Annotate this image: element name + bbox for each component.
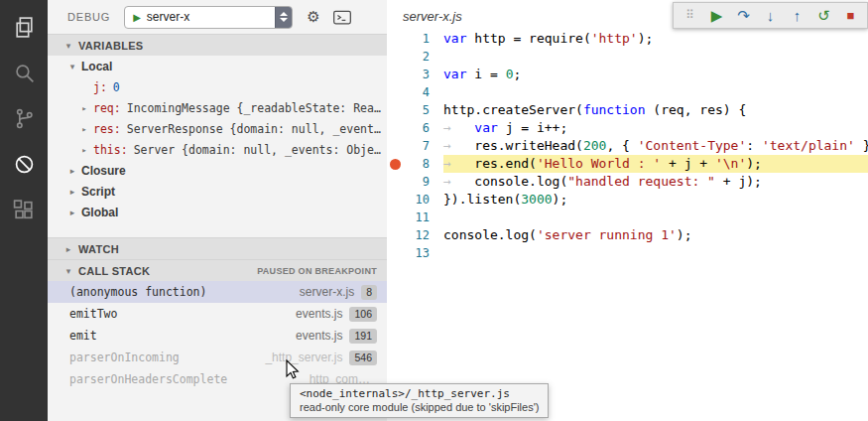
scope-local[interactable]: ▾ Local [48, 56, 387, 76]
scope-label: Closure [81, 164, 126, 178]
line-number: 8 [404, 155, 443, 173]
callstack-frame[interactable]: parserOnIncoming _http_server.js 546 [48, 347, 387, 368]
callstack-frame[interactable]: (anonymous function) server-x.js 8 [48, 281, 387, 303]
code-line[interactable]: 7→ res.writeHead(200, { 'Content-Type': … [387, 137, 868, 155]
tooltip-description: read-only core module (skipped due to 's… [300, 401, 539, 413]
code-line[interactable]: 3var i = 0; [387, 66, 868, 83]
code-text: var i = 0; [443, 66, 868, 83]
debug-console-icon[interactable] [332, 9, 352, 26]
activity-item-explorer[interactable] [0, 6, 48, 52]
config-name[interactable]: server-x [147, 10, 275, 24]
callstack-frame[interactable]: emitTwo events.js 106 [48, 303, 387, 325]
chevron-right-icon: ▸ [67, 187, 77, 197]
code-line[interactable]: 1var http = require('http'); [387, 30, 868, 48]
glyph-margin[interactable] [387, 119, 404, 137]
select-arrows-icon[interactable] [275, 6, 292, 29]
line-number: 13 [404, 244, 443, 262]
scope-label: Global [81, 206, 118, 219]
glyph-margin[interactable] [387, 191, 404, 209]
code-text: var http = require('http'); [443, 30, 868, 48]
scope-script[interactable]: ▸ Script [48, 181, 387, 202]
continue-button[interactable]: ▶ [703, 3, 730, 28]
code-text: → console.log("handled request: " + j); [443, 173, 868, 191]
activity-item-source-control[interactable] [0, 97, 48, 143]
code-line[interactable]: 11 [387, 209, 868, 226]
code-text: → var j = i++; [443, 119, 868, 137]
chevron-down-icon: ▾ [67, 62, 77, 71]
callstack-section-header[interactable]: ▾ CALL STACK PAUSED ON BREAKPOINT [48, 259, 387, 281]
chevron-right-icon[interactable]: ▸ [79, 103, 89, 113]
scope-global[interactable]: ▸ Global [48, 202, 387, 222]
code-text: }).listen(3000); [443, 191, 868, 209]
line-number: 10 [404, 191, 443, 209]
code-text: console.log('server running 1'); [443, 226, 868, 244]
frame-file: server-x.js [300, 285, 354, 299]
step-over-button[interactable]: ↷ [730, 3, 757, 28]
callstack-label: CALL STACK [78, 265, 150, 277]
variable-row-req[interactable]: ▸ req: IncomingMessage {_readableState: … [48, 97, 387, 118]
callstack-list: (anonymous function) server-x.js 8 emitT… [48, 281, 387, 390]
frame-line-badge: 546 [349, 351, 377, 365]
step-out-button[interactable]: ↑ [784, 3, 810, 28]
watch-section-header[interactable]: ▸ WATCH [48, 237, 387, 259]
chevron-right-icon: ▸ [67, 166, 77, 176]
code-line[interactable]: 13 [387, 244, 868, 262]
glyph-margin[interactable] [387, 101, 404, 119]
tooltip-path: <node_internals>/_http_server.js [300, 387, 539, 400]
frame-name: parserOnIncoming [69, 351, 265, 364]
frame-file: events.js [296, 307, 342, 321]
code-line[interactable]: 9→ console.log("handled request: " + j); [387, 173, 868, 191]
glyph-margin[interactable] [387, 66, 404, 83]
start-debug-icon[interactable]: ▶ [125, 12, 147, 23]
code-line[interactable]: 12console.log('server running 1'); [387, 226, 868, 244]
frame-file: events.js [296, 329, 342, 343]
debug-sidebar: DEBUG ▶ server-x ⚙ ▾ VARIABLES ▾ Local j [48, 0, 387, 421]
extensions-icon [12, 198, 37, 226]
variable-row-this[interactable]: ▸ this: Server {domain: null, _events: O… [48, 139, 387, 160]
chevron-right-icon[interactable]: ▸ [79, 124, 89, 134]
glyph-margin[interactable] [387, 30, 404, 48]
scope-label: Local [81, 60, 112, 73]
code-line[interactable]: 10}).listen(3000); [387, 191, 868, 209]
code-line[interactable]: 2 [387, 48, 868, 66]
code-line[interactable]: 4 [387, 83, 868, 101]
stop-button[interactable]: ■ [837, 3, 864, 28]
chevron-right-icon: ▸ [67, 208, 77, 217]
chevron-right-icon[interactable]: ▸ [79, 145, 89, 155]
variables-section-header[interactable]: ▾ VARIABLES [48, 34, 387, 56]
glyph-margin[interactable] [387, 48, 404, 66]
gear-icon[interactable]: ⚙ [307, 8, 319, 26]
frame-line-badge: 8 [361, 285, 377, 300]
code-line[interactable]: 8→ res.end('Hello World : ' + j + '\n'); [387, 155, 868, 173]
code-line[interactable]: 5http.createServer(function (req, res) { [387, 101, 868, 119]
glyph-margin[interactable] [387, 244, 404, 262]
debug-config-picker[interactable]: ▶ server-x [124, 6, 293, 29]
activity-item-debug[interactable] [0, 143, 48, 189]
debug-icon [12, 152, 37, 181]
line-number: 2 [404, 48, 443, 66]
files-icon [12, 15, 37, 44]
variable-row-res[interactable]: ▸ res: ServerResponse {domain: null, _ev… [48, 118, 387, 139]
glyph-margin[interactable] [387, 226, 404, 244]
chevron-down-icon: ▾ [63, 266, 73, 276]
debug-header: DEBUG ▶ server-x ⚙ [48, 0, 387, 34]
watch-label: WATCH [78, 243, 119, 255]
glyph-margin[interactable] [387, 83, 404, 101]
restart-button[interactable]: ↺ [810, 3, 837, 28]
scope-closure[interactable]: ▸ Closure [48, 160, 387, 181]
glyph-margin[interactable] [387, 209, 404, 226]
callstack-frame[interactable]: emit events.js 191 [48, 325, 387, 347]
breakpoint-icon[interactable] [387, 155, 404, 173]
scope-label: Script [81, 185, 115, 199]
code-line[interactable]: 6→ var j = i++; [387, 119, 868, 137]
frame-name: emitTwo [69, 307, 296, 321]
glyph-margin[interactable] [387, 173, 404, 191]
variable-row-j[interactable]: j: 0 [48, 76, 387, 97]
activity-item-extensions[interactable] [0, 189, 48, 234]
step-into-button[interactable]: ↓ [757, 3, 784, 28]
git-branch-icon [12, 106, 37, 135]
drag-handle[interactable]: ⠿ [677, 3, 703, 28]
activity-item-search[interactable] [0, 52, 48, 97]
glyph-margin[interactable] [387, 137, 404, 155]
line-number: 7 [404, 137, 443, 155]
